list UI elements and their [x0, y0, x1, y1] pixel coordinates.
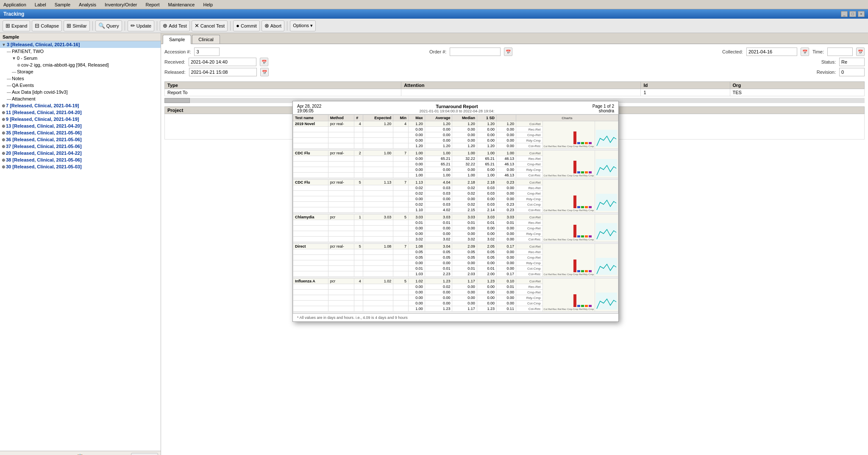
cell-org: TES: [730, 89, 864, 96]
svg-rect-31: [577, 305, 580, 307]
menu-label[interactable]: Label: [33, 2, 48, 8]
cell-min: 0.01: [409, 220, 425, 226]
report-table: Test name Method # Expected Min Max Aver…: [293, 114, 618, 313]
order-calendar-button[interactable]: 📅: [504, 47, 512, 56]
cell-testname: [293, 255, 328, 260]
revision-input[interactable]: [839, 68, 865, 76]
tree-item-sample3[interactable]: ▼ 3 [Released, Clinical, 2021-04-16]: [0, 41, 161, 48]
menu-analysis[interactable]: Analysis: [77, 2, 98, 8]
expand-button[interactable]: ⊞ Expand: [3, 20, 30, 31]
cell-avg: 32.22: [452, 156, 477, 162]
cell-max: 65.21: [425, 156, 452, 162]
cell-max: 0.05: [425, 249, 452, 255]
tree-item-notes[interactable]: — Notes: [0, 75, 161, 82]
options-button[interactable]: Options ▾: [290, 20, 316, 31]
minimize-button[interactable]: _: [841, 11, 848, 17]
collected-input[interactable]: [746, 47, 797, 56]
cell-count: [354, 290, 363, 295]
tree-item-sample36[interactable]: ⊕ 36 [Released, Clinical, 2021-05-06]: [0, 136, 161, 143]
cell-sd: 0.00: [496, 196, 516, 202]
cell-expected: [363, 191, 393, 196]
cell-sd: 0.23: [496, 180, 516, 185]
cancel-test-button[interactable]: ✕ Cancel Test: [192, 20, 228, 31]
received-input[interactable]: [189, 58, 256, 66]
pop-out-button[interactable]: ⧉ Pop-out: [131, 453, 158, 455]
col-org: Org: [730, 82, 864, 89]
table-row[interactable]: Report To 1 TES: [165, 89, 865, 96]
received-calendar-button[interactable]: 📅: [260, 58, 268, 66]
cell-method: [328, 295, 354, 301]
scrollbar-thumb[interactable]: [164, 98, 190, 103]
abort-button[interactable]: ⊗ Abort: [262, 20, 284, 31]
report-header: Apr 28, 2022 19:06:05 Turnaround Report …: [293, 101, 618, 114]
released-calendar-button[interactable]: 📅: [260, 68, 269, 76]
tree-item-sample7[interactable]: ⊕ 7 [Released, Clinical, 2021-04-19]: [0, 102, 161, 109]
tree-item-sample11[interactable]: ⊕ 11 [Released, Clinical, 2021-04-20]: [0, 109, 161, 116]
add-test-button[interactable]: ⊕ Add Test: [160, 20, 190, 31]
collected-calendar-button[interactable]: 📅: [801, 47, 809, 56]
status-input[interactable]: [839, 58, 865, 66]
cell-med: 2.05: [477, 244, 496, 249]
maximize-button[interactable]: □: [849, 11, 856, 17]
cell-chart-bars: Col RelRec RelRec CmpCmp RelRdy Cmp: [542, 180, 595, 213]
tab-clinical[interactable]: Clinical: [192, 35, 220, 44]
cell-count: 4: [354, 121, 363, 127]
cell-method: [328, 162, 354, 167]
order-input[interactable]: [450, 47, 501, 56]
expand-icon-sample7: ⊕: [2, 103, 5, 108]
update-button[interactable]: ✏ Update: [128, 20, 154, 31]
export-icon[interactable]: 📋: [76, 454, 83, 455]
cell-label: Cmp-Rel: [516, 132, 543, 138]
menu-sample[interactable]: Sample: [53, 2, 72, 8]
cell-med: 0.05: [477, 249, 496, 255]
tree-item-sample38[interactable]: ⊕ 38 [Released, Clinical, 2021-05-06]: [0, 156, 161, 163]
cell-med: 2.14: [477, 207, 496, 213]
commit-button[interactable]: ● Commit: [233, 20, 260, 31]
similar-button[interactable]: ⊞ Similar: [64, 20, 90, 31]
tree-item-sample9[interactable]: ⊕ 9 [Released, Clinical, 2021-04-19]: [0, 116, 161, 123]
tree-item-sample37[interactable]: ⊕ 37 [Released, Clinical, 2021-05-06]: [0, 143, 161, 150]
collapse-icon: ⊟: [35, 22, 39, 29]
menu-inventory[interactable]: Inventory/Order: [103, 2, 139, 8]
cell-testname: [293, 249, 328, 255]
released-input[interactable]: [189, 68, 257, 76]
tree-item-attachment[interactable]: — Attachment: [0, 95, 161, 102]
cell-label: Col-Rec: [516, 306, 543, 312]
cell-count: 2: [354, 151, 363, 156]
tree-item-patient[interactable]: — PATIENT, TWO: [0, 48, 161, 55]
cell-n: [393, 202, 409, 207]
menu-report[interactable]: Report: [144, 2, 161, 8]
menu-application[interactable]: Application: [2, 2, 28, 8]
menu-maintenance[interactable]: Maintenance: [166, 2, 196, 8]
cell-min: 0.00: [409, 167, 425, 173]
tree-item-sample35[interactable]: ⊕ 35 [Released, Clinical, 2021-05-06]: [0, 129, 161, 136]
accession-input[interactable]: [194, 47, 220, 56]
query-button[interactable]: 🔍 Query: [95, 20, 122, 31]
cell-med: 0.00: [477, 301, 496, 306]
tree-item-auxdata[interactable]: — Aux Data [idph covid-19v3]: [0, 89, 161, 95]
tab-sample[interactable]: Sample: [163, 35, 191, 44]
rth-max: Max: [409, 115, 425, 121]
cell-expected: [363, 266, 393, 271]
cell-label: Col-Rel: [516, 215, 543, 220]
cell-min: 0.02: [409, 185, 425, 191]
close-button[interactable]: ×: [858, 11, 865, 17]
tree-item-sample30[interactable]: ⊕ 30 [Released, Clinical, 2021-05-03]: [0, 163, 161, 170]
cell-max: 0.00: [425, 301, 452, 306]
time-calendar-button[interactable]: 📅: [856, 47, 865, 56]
tree-item-serum[interactable]: ▼ 0 - Serum: [0, 55, 161, 61]
collapse-button[interactable]: ⊟ Collapse: [32, 20, 62, 31]
tree-item-cov[interactable]: ⊕ cov-2 igg, cmia-abbott-igg [984, Relea…: [0, 61, 161, 68]
cell-testname: [293, 301, 328, 306]
cell-max: 0.03: [425, 185, 452, 191]
form-row-3: Released: 📅 Revision:: [164, 68, 865, 76]
menu-help[interactable]: Help: [201, 2, 214, 8]
cell-min: 0.00: [409, 284, 425, 290]
tree-item-sample13[interactable]: ⊕ 13 [Released, Clinical, 2021-04-20]: [0, 123, 161, 129]
tree-item-sample20[interactable]: ⊕ 20 [Released, Clinical, 2021-04-22]: [0, 150, 161, 156]
tree-item-qaevents[interactable]: — QA Events: [0, 82, 161, 89]
cell-method: pcr: [328, 215, 354, 220]
tree-item-storage[interactable]: — Storage: [0, 68, 161, 75]
time-input[interactable]: [827, 47, 853, 56]
cell-count: [354, 138, 363, 143]
